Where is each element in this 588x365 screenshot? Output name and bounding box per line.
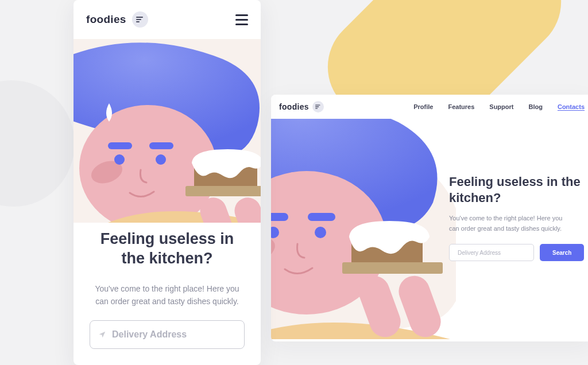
delivery-address-input[interactable] xyxy=(112,329,236,340)
svg-rect-22 xyxy=(342,262,443,274)
nav-profile[interactable]: Profile xyxy=(413,103,433,110)
main-nav: Profile Features Support Blog Contacts xyxy=(413,103,585,110)
hero-subheading: You've come to the right place! Here you… xyxy=(449,213,570,234)
bars-staggered-icon xyxy=(312,101,324,112)
brand-name: foodies xyxy=(279,102,309,111)
background-blob-left xyxy=(0,80,75,207)
mobile-mockup: foodies xyxy=(74,0,261,365)
hero-heading: Feeling useless in the kitchen? xyxy=(449,174,588,205)
delivery-address-field[interactable] xyxy=(90,320,245,349)
brand[interactable]: foodies xyxy=(86,11,148,28)
desktop-content: Feeling useless in the kitchen? You've c… xyxy=(449,174,588,261)
bars-staggered-icon xyxy=(132,11,148,28)
nav-blog[interactable]: Blog xyxy=(528,103,542,110)
desktop-header: foodies Profile Features Support Blog Co… xyxy=(271,95,588,119)
hamburger-icon xyxy=(235,14,248,16)
svg-rect-7 xyxy=(149,142,173,149)
svg-rect-10 xyxy=(185,186,261,196)
svg-rect-19 xyxy=(308,213,335,221)
brand-name: foodies xyxy=(86,13,126,26)
hero-subheading: You've come to the right place! Here you… xyxy=(90,282,245,308)
menu-button[interactable] xyxy=(235,14,248,25)
location-arrow-icon xyxy=(98,331,106,339)
svg-rect-6 xyxy=(108,142,132,149)
nav-contacts[interactable]: Contacts xyxy=(558,103,585,110)
svg-point-8 xyxy=(114,154,125,165)
svg-point-21 xyxy=(315,227,326,238)
delivery-address-field[interactable] xyxy=(449,244,534,261)
nav-support[interactable]: Support xyxy=(489,103,513,110)
nav-features[interactable]: Features xyxy=(448,103,474,110)
brand[interactable]: foodies xyxy=(279,101,324,112)
search-row: Search xyxy=(449,244,588,261)
mobile-header: foodies xyxy=(74,0,261,39)
svg-point-9 xyxy=(156,154,166,165)
delivery-address-input[interactable] xyxy=(458,250,531,256)
mobile-hero-illustration xyxy=(74,39,261,225)
svg-rect-18 xyxy=(271,213,288,221)
hero-heading: Feeling useless in the kitchen? xyxy=(90,230,245,269)
desktop-mockup: foodies Profile Features Support Blog Co… xyxy=(271,95,588,341)
desktop-hero-illustration xyxy=(271,119,456,339)
search-button[interactable]: Search xyxy=(540,244,584,261)
mobile-content: Feeling useless in the kitchen? You've c… xyxy=(74,225,261,360)
